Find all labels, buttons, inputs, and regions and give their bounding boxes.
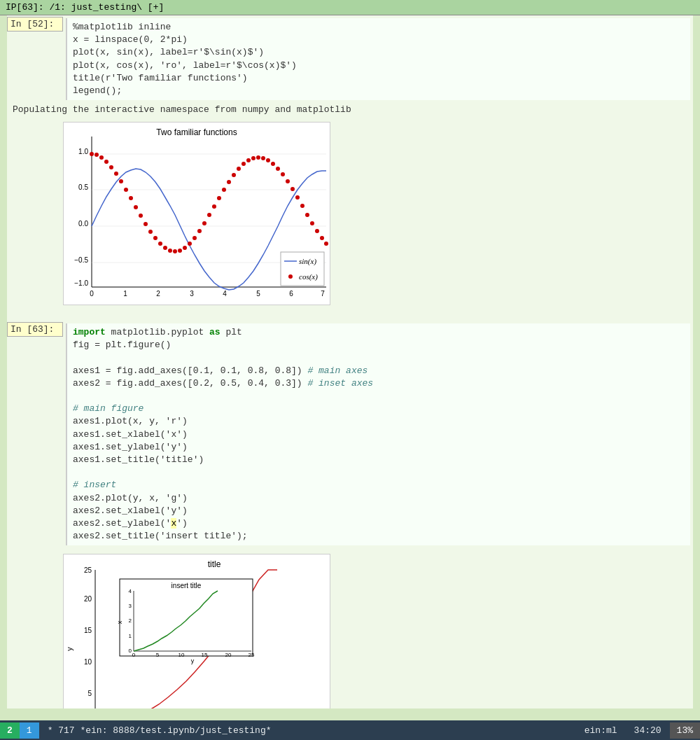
svg-point-57 <box>271 162 275 166</box>
cell-52-label: In [52]: <box>7 17 63 32</box>
svg-point-50 <box>237 167 241 171</box>
svg-text:1: 1 <box>123 290 127 298</box>
svg-text:4: 4 <box>223 290 227 298</box>
svg-point-65 <box>310 221 314 225</box>
cell-63-content[interactable]: import matplotlib.pyplot as plt fig = pl… <box>63 322 693 547</box>
svg-text:4: 4 <box>129 588 132 594</box>
svg-text:15: 15 <box>202 652 208 658</box>
svg-text:1: 1 <box>129 633 132 639</box>
inset-title: insert title <box>172 582 202 589</box>
svg-point-26 <box>119 179 123 183</box>
cell-52-input: In [52]: %matplotlib inline x = linspace… <box>7 15 693 103</box>
svg-point-25 <box>114 172 118 176</box>
cell-52-output-text: Populating the interactive namespace fro… <box>7 103 693 116</box>
svg-point-37 <box>173 249 177 253</box>
svg-point-41 <box>192 236 197 240</box>
svg-text:10: 10 <box>178 652 185 658</box>
svg-text:0: 0 <box>90 290 94 298</box>
svg-text:5: 5 <box>156 652 160 658</box>
cell-63-chart: title y x 0 5 10 15 20 25 0 1 2 3 4 5 <box>63 554 330 708</box>
status-mode-number: 2 <box>0 722 20 739</box>
svg-point-59 <box>281 172 285 176</box>
svg-point-66 <box>315 229 319 233</box>
svg-text:−0.5: −0.5 <box>74 256 88 264</box>
legend-cos-label: cos(x) <box>299 272 318 281</box>
status-vim-mode: ein:ml <box>576 722 626 739</box>
svg-point-68 <box>324 242 328 246</box>
svg-text:0: 0 <box>132 652 136 658</box>
svg-text:1.0: 1.0 <box>78 148 88 155</box>
svg-point-48 <box>227 180 231 184</box>
legend-sin-label: sin(x) <box>299 257 316 266</box>
svg-point-20 <box>90 152 94 156</box>
svg-text:−1.0: −1.0 <box>74 279 88 287</box>
svg-point-49 <box>232 173 236 177</box>
svg-point-63 <box>300 204 304 208</box>
svg-text:x: x <box>116 621 123 624</box>
svg-point-60 <box>286 179 290 183</box>
cell-63-code: import matplotlib.pyplot as plt fig = pl… <box>66 323 690 545</box>
inset-axes-bg <box>120 579 253 656</box>
svg-point-38 <box>178 249 182 253</box>
svg-text:20: 20 <box>84 595 92 603</box>
svg-point-61 <box>290 187 295 191</box>
svg-point-35 <box>163 246 167 250</box>
svg-point-52 <box>246 158 251 162</box>
cell-52-content[interactable]: %matplotlib inline x = linspace(0, 2*pi)… <box>63 17 693 102</box>
title-bar: IP[63]: /1: just_testing\ [+] <box>0 0 700 15</box>
notebook[interactable]: In [52]: %matplotlib inline x = linspace… <box>7 15 693 708</box>
svg-point-44 <box>207 213 211 217</box>
svg-point-32 <box>148 230 153 234</box>
svg-text:25: 25 <box>84 566 92 574</box>
svg-point-21 <box>94 153 99 157</box>
svg-text:6: 6 <box>289 290 293 298</box>
svg-point-51 <box>241 162 246 166</box>
status-filename: * 717 *ein: 8888/test.ipynb/just_testing… <box>39 722 576 739</box>
svg-text:7: 7 <box>321 290 325 298</box>
svg-point-27 <box>124 188 128 192</box>
svg-point-53 <box>251 156 255 160</box>
svg-text:3: 3 <box>190 290 194 298</box>
svg-text:3: 3 <box>129 603 132 609</box>
svg-point-33 <box>153 236 158 240</box>
svg-point-40 <box>188 242 192 246</box>
svg-point-64 <box>305 213 309 217</box>
svg-point-39 <box>183 246 187 250</box>
svg-point-43 <box>202 221 206 225</box>
svg-text:20: 20 <box>225 652 232 658</box>
chart-63-title: title <box>208 559 221 569</box>
svg-point-42 <box>197 229 202 233</box>
status-cell-number: 1 <box>20 722 39 739</box>
svg-text:15: 15 <box>84 627 92 634</box>
chart-63-svg: title y x 0 5 10 15 20 25 0 1 2 3 4 5 <box>64 554 330 708</box>
svg-text:0.5: 0.5 <box>78 183 88 191</box>
svg-point-22 <box>99 155 104 160</box>
svg-point-56 <box>266 158 270 162</box>
svg-point-24 <box>109 165 113 169</box>
status-position: 34:20 <box>626 722 670 739</box>
chart-52-svg: Two familiar functions 1.0 0.5 0.0 −0.5 … <box>64 123 330 305</box>
chart-52-title: Two familiar functions <box>156 127 237 137</box>
svg-text:2: 2 <box>156 290 160 298</box>
svg-point-31 <box>144 222 148 226</box>
svg-point-29 <box>134 205 138 209</box>
svg-text:10: 10 <box>84 658 92 666</box>
cell-52-chart: Two familiar functions 1.0 0.5 0.0 −0.5 … <box>63 122 330 305</box>
svg-point-62 <box>295 195 300 200</box>
svg-point-54 <box>256 155 260 160</box>
svg-point-67 <box>320 236 324 240</box>
svg-text:2: 2 <box>129 617 132 624</box>
legend-cos-dot <box>288 274 293 279</box>
cell-63-label: In [63]: <box>7 322 63 337</box>
svg-point-45 <box>212 204 216 209</box>
main-ylabel: y <box>65 647 74 651</box>
svg-point-23 <box>104 160 108 164</box>
svg-text:0.0: 0.0 <box>78 220 88 228</box>
svg-point-47 <box>222 188 226 192</box>
svg-text:y: y <box>191 657 195 664</box>
svg-text:5: 5 <box>256 290 260 298</box>
svg-point-55 <box>261 156 265 160</box>
svg-point-34 <box>158 242 162 246</box>
svg-text:5: 5 <box>88 690 92 697</box>
status-percent: 13% <box>670 722 700 739</box>
